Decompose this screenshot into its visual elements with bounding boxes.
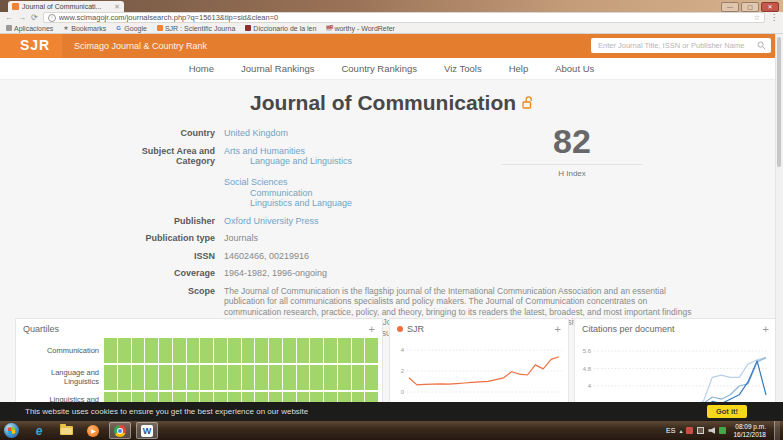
quartile-cell-Q1[interactable] bbox=[118, 338, 131, 363]
quartile-cell-Q1[interactable] bbox=[255, 365, 268, 390]
quartile-cell-Q1[interactable] bbox=[310, 338, 323, 363]
quartile-cell-Q1[interactable] bbox=[200, 365, 213, 390]
quartile-cell-Q1[interactable] bbox=[132, 365, 145, 390]
quartile-cell-Q1[interactable] bbox=[159, 365, 172, 390]
language-indicator[interactable]: ES bbox=[666, 427, 675, 434]
bookmark-item[interactable]: Aplicaciones bbox=[6, 25, 53, 32]
detail-link[interactable]: Arts and Humanities bbox=[224, 146, 352, 157]
cookie-accept-button[interactable]: Got it! bbox=[707, 405, 747, 418]
word-icon[interactable]: W bbox=[136, 422, 158, 439]
browser-menu-icon[interactable]: ⋮ bbox=[770, 13, 778, 22]
quartile-cell-Q1[interactable] bbox=[214, 338, 227, 363]
quartile-cell-Q1[interactable] bbox=[187, 365, 200, 390]
quartile-cell-Q1[interactable] bbox=[173, 338, 186, 363]
quartiles-expand-icon[interactable]: + bbox=[369, 325, 375, 334]
quartile-cell-Q1[interactable] bbox=[269, 365, 282, 390]
tray-expand-icon[interactable]: ▴ bbox=[679, 427, 682, 434]
quartile-cell-Q1[interactable] bbox=[283, 365, 296, 390]
volume-icon[interactable] bbox=[708, 427, 715, 434]
detail-link[interactable]: Oxford University Press bbox=[224, 216, 319, 227]
citations-expand-icon[interactable]: + bbox=[763, 325, 769, 334]
sjr-expand-icon[interactable]: + bbox=[555, 325, 561, 334]
browser-tab[interactable]: Journal of Communicati... ✕ bbox=[8, 1, 124, 12]
file-explorer-icon[interactable] bbox=[55, 422, 77, 439]
chrome-icon[interactable] bbox=[109, 422, 131, 439]
reload-icon[interactable]: ⟳ bbox=[31, 14, 38, 22]
quartile-cell-Q1[interactable] bbox=[242, 365, 255, 390]
quartile-cell-Q1[interactable] bbox=[352, 338, 365, 363]
update-tray-icon[interactable] bbox=[719, 427, 726, 434]
quartile-cell-Q1[interactable] bbox=[338, 365, 351, 390]
bookmark-item[interactable]: Diccionario de la len bbox=[245, 25, 316, 32]
taskbar-clock[interactable]: 08:09 p.m. 16/12/2018 bbox=[733, 423, 766, 438]
network-icon[interactable] bbox=[697, 427, 704, 434]
quartile-cell-Q1[interactable] bbox=[324, 338, 337, 363]
page-info-icon[interactable]: i bbox=[48, 14, 56, 22]
close-button[interactable]: ✕ bbox=[761, 2, 779, 12]
page-scrollbar[interactable] bbox=[775, 34, 783, 421]
quartile-cell-Q1[interactable] bbox=[145, 365, 158, 390]
detail-link[interactable]: Communication bbox=[224, 188, 352, 199]
show-desktop-button[interactable] bbox=[774, 421, 780, 440]
nav-item-about-us[interactable]: About Us bbox=[555, 63, 594, 74]
nav-item-country-rankings[interactable]: Country Rankings bbox=[341, 63, 417, 74]
detail-link[interactable]: United Kingdom bbox=[224, 128, 288, 139]
quartile-cell-Q1[interactable] bbox=[283, 338, 296, 363]
detail-link[interactable]: Linguistics and Language bbox=[224, 198, 352, 209]
tab-close-icon[interactable]: ✕ bbox=[114, 3, 120, 11]
nav-item-home[interactable]: Home bbox=[189, 63, 214, 74]
quartile-cell-Q1[interactable] bbox=[118, 365, 131, 390]
bookmark-item[interactable]: GGoogle bbox=[116, 25, 147, 32]
scrollbar-thumb[interactable] bbox=[777, 37, 781, 167]
quartile-cell-Q1[interactable] bbox=[365, 338, 378, 363]
back-icon[interactable]: ← bbox=[5, 14, 13, 22]
nav-item-viz-tools[interactable]: Viz Tools bbox=[444, 63, 482, 74]
quartile-cell-Q1[interactable] bbox=[132, 338, 145, 363]
detail-link[interactable]: Social Sciences bbox=[224, 177, 352, 188]
search-input[interactable] bbox=[596, 40, 754, 51]
quartile-cell-Q1[interactable] bbox=[200, 338, 213, 363]
quartile-cell-Q1[interactable] bbox=[255, 338, 268, 363]
quartile-cell-Q1[interactable] bbox=[159, 338, 172, 363]
quartile-cell-Q1[interactable] bbox=[214, 365, 227, 390]
quartile-cell-Q1[interactable] bbox=[352, 365, 365, 390]
bookmark-item[interactable]: SJR : Scientific Journa bbox=[157, 25, 235, 32]
quartile-cell-Q1[interactable] bbox=[297, 338, 310, 363]
bookmark-label: Google bbox=[124, 25, 147, 32]
quartile-cell-Q1[interactable] bbox=[324, 365, 337, 390]
quartile-cell-Q1[interactable] bbox=[365, 365, 378, 390]
quartile-cell-Q1[interactable] bbox=[173, 365, 186, 390]
journal-search-box[interactable] bbox=[591, 38, 771, 53]
maximize-button[interactable]: ▢ bbox=[741, 2, 759, 12]
action-center-flag-icon[interactable] bbox=[686, 427, 693, 434]
bookmark-item[interactable]: wRworthy - WordRefer bbox=[326, 25, 395, 32]
quartile-cell-Q1[interactable] bbox=[187, 338, 200, 363]
nav-item-help[interactable]: Help bbox=[509, 63, 529, 74]
forward-icon[interactable]: → bbox=[18, 14, 26, 22]
media-player-icon[interactable]: ▶ bbox=[82, 422, 104, 439]
internet-explorer-icon[interactable]: e bbox=[28, 422, 50, 439]
start-button[interactable] bbox=[4, 423, 19, 438]
search-icon[interactable] bbox=[757, 41, 766, 50]
address-bar[interactable]: i www.scimagojr.com/journalsearch.php?q=… bbox=[43, 12, 765, 23]
bookmark-item[interactable]: ★Bookmarks bbox=[63, 25, 106, 32]
minimize-button[interactable]: — bbox=[721, 2, 739, 12]
bookmark-star-icon[interactable]: ☆ bbox=[754, 14, 760, 22]
quartile-cell-Q1[interactable] bbox=[338, 338, 351, 363]
quartile-cell-Q1[interactable] bbox=[104, 338, 117, 363]
quartile-cell-Q1[interactable] bbox=[228, 365, 241, 390]
taskbar: e ▶ W ES ▴ 08:09 p.m. 16/12/2018 bbox=[0, 421, 783, 440]
nav-item-journal-rankings[interactable]: Journal Rankings bbox=[241, 63, 314, 74]
detail-link[interactable]: Language and Linguistics bbox=[224, 156, 352, 167]
quartile-cell-Q1[interactable] bbox=[297, 365, 310, 390]
main-nav: HomeJournal RankingsCountry RankingsViz … bbox=[0, 58, 783, 80]
url-text[interactable]: www.scimagojr.com/journalsearch.php?q=15… bbox=[59, 13, 751, 22]
quartile-cell-Q1[interactable] bbox=[242, 338, 255, 363]
quartile-cell-Q1[interactable] bbox=[145, 338, 158, 363]
quartile-cell-Q1[interactable] bbox=[269, 338, 282, 363]
quartile-cell-Q1[interactable] bbox=[228, 338, 241, 363]
quartile-cell-Q1[interactable] bbox=[104, 365, 117, 390]
svg-text:4: 4 bbox=[588, 383, 592, 389]
sjr-logo[interactable]: SJR bbox=[20, 37, 50, 53]
quartile-cell-Q1[interactable] bbox=[310, 365, 323, 390]
